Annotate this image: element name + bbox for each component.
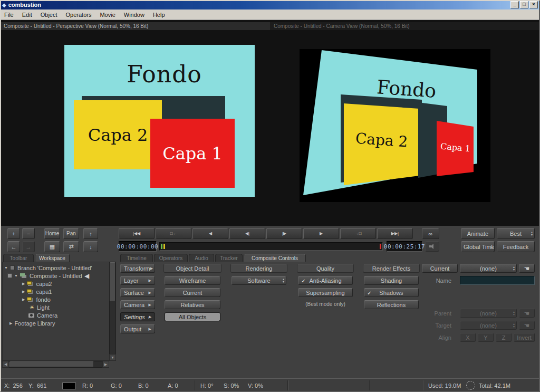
- push-up-button[interactable]: ↑: [83, 228, 98, 239]
- name-input[interactable]: [460, 276, 535, 285]
- quality-mode-dropdown[interactable]: Best ▴▾: [497, 228, 535, 239]
- tree-item-capa2[interactable]: ▶ capa2: [22, 280, 52, 288]
- menu-edit[interactable]: Edit: [18, 9, 36, 20]
- timeline-slider[interactable]: [159, 242, 383, 251]
- expand-icon[interactable]: ▶: [22, 282, 25, 286]
- category-transform[interactable]: Transform▶: [120, 264, 155, 273]
- align-y-button[interactable]: Y: [478, 333, 494, 342]
- category-camera[interactable]: Camera▶: [120, 300, 155, 309]
- feedback-button[interactable]: Feedback: [497, 241, 535, 252]
- forward-view-button[interactable]: →: [22, 241, 35, 252]
- tab-workspace[interactable]: Workspace: [35, 254, 70, 262]
- menu-movie[interactable]: Movie: [95, 9, 119, 20]
- swap-views-button[interactable]: ⇄: [63, 241, 79, 252]
- end-time-field[interactable]: 00:00:25:17: [387, 241, 422, 252]
- expand-icon[interactable]: ▶: [22, 298, 25, 302]
- play-reverse-button[interactable]: ◀: [192, 228, 228, 239]
- play-button[interactable]: ▶: [303, 228, 339, 239]
- tab-audio[interactable]: Audio: [189, 254, 214, 262]
- scroll-left-button[interactable]: ▶: [2, 361, 9, 368]
- collapse-icon[interactable]: ▼: [4, 266, 8, 270]
- push-down-button[interactable]: ↓: [83, 241, 98, 252]
- close-button[interactable]: ×: [529, 1, 538, 8]
- parent-dropdown[interactable]: (none) ▴▾: [460, 309, 517, 318]
- global-time-dropdown[interactable]: Global Time ▴▾: [461, 241, 495, 252]
- supersampling-toggle[interactable]: Supersampling: [298, 288, 353, 297]
- tab-operators[interactable]: Operators: [154, 254, 188, 262]
- minimize-button[interactable]: _: [510, 1, 519, 8]
- category-output[interactable]: Output▶: [120, 324, 155, 333]
- tree-item-composite[interactable]: ▼ Composite - Untitled: [7, 272, 82, 280]
- pick-target-button[interactable]: ☚: [519, 321, 535, 330]
- align-z-button[interactable]: Z: [496, 333, 512, 342]
- category-surface[interactable]: Surface▶: [120, 288, 155, 297]
- current-object-dropdown[interactable]: (none) ▴▾: [460, 264, 517, 273]
- collapse-icon[interactable]: ▼: [14, 274, 18, 278]
- layout-button[interactable]: ▦: [44, 241, 60, 252]
- tree-item-footage-library[interactable]: ▶ Footage Library: [9, 319, 55, 327]
- current-objects-button[interactable]: Current: [165, 288, 220, 297]
- perspective-viewport[interactable]: Fondo Capa 2 Capa 1: [64, 45, 255, 197]
- pick-hand-icon: ☚: [524, 322, 530, 329]
- go-to-start-button[interactable]: |◀◀: [119, 228, 155, 239]
- zoom-out-button[interactable]: −: [22, 228, 35, 239]
- tab-tracker[interactable]: Tracker: [215, 254, 243, 262]
- play-icon: ▶: [320, 231, 323, 236]
- tree-item-branch[interactable]: ▼ Branch 'Composite - Untitled': [4, 264, 92, 272]
- playhead-tick[interactable]: [161, 244, 162, 249]
- maximize-button[interactable]: □: [520, 1, 528, 8]
- step-back-button[interactable]: ◀|: [229, 228, 265, 239]
- all-objects-button[interactable]: All Objects: [165, 312, 220, 321]
- reflections-toggle[interactable]: Reflections: [364, 300, 419, 309]
- tree-item-fondo[interactable]: ▶ fondo: [22, 295, 51, 303]
- previous-marker-button[interactable]: □←: [156, 228, 191, 239]
- expand-icon[interactable]: ▶: [22, 290, 25, 294]
- category-settings[interactable]: Settings▶: [120, 312, 155, 321]
- relatives-button[interactable]: Relatives: [165, 300, 220, 309]
- vertical-scrollbar-thumb[interactable]: [110, 262, 115, 301]
- shadows-toggle[interactable]: ✓ Shadows: [364, 288, 419, 297]
- align-x-button[interactable]: X: [460, 333, 476, 342]
- align-invert-button[interactable]: Invert: [514, 333, 535, 342]
- tab-composite-controls[interactable]: Composite Controls: [244, 254, 306, 262]
- current-time-field[interactable]: 00:00:00:00: [119, 241, 157, 252]
- scroll-down-button[interactable]: ▼: [109, 354, 116, 361]
- category-layer[interactable]: Layer▶: [120, 276, 155, 285]
- tab-timeline[interactable]: Timeline: [120, 254, 153, 262]
- status-bar: X: 256 Y: 661 R: 0 G: 0 B: 0 A: 0 H: 0° …: [0, 378, 540, 392]
- menu-window[interactable]: Window: [120, 9, 149, 20]
- current-object-button[interactable]: Current: [422, 264, 458, 273]
- home-button[interactable]: Home: [44, 228, 60, 239]
- shading-toggle[interactable]: Shading: [364, 276, 419, 285]
- tree-item-light[interactable]: ☀ Light: [30, 303, 50, 311]
- tree-item-capa1[interactable]: ▶ capa1: [22, 288, 52, 295]
- horizontal-scrollbar-thumb[interactable]: [9, 361, 94, 367]
- animate-button[interactable]: Animate: [461, 228, 495, 239]
- audio-mute-button[interactable]: [425, 241, 439, 252]
- tree-item-camera[interactable]: Camera: [28, 311, 57, 319]
- menu-help[interactable]: Help: [149, 9, 169, 20]
- next-marker-button[interactable]: →□: [340, 228, 376, 239]
- pan-button[interactable]: Pan: [63, 228, 79, 239]
- camera-viewport[interactable]: Fondo Capa 2 Capa 1: [300, 49, 490, 202]
- pick-parent-button[interactable]: ☚: [519, 309, 535, 318]
- anti-aliasing-toggle[interactable]: ✓ Anti-Aliasing: [298, 276, 353, 285]
- capa2-layer-rect[interactable]: Capa 2: [74, 100, 162, 169]
- go-to-end-button[interactable]: ▶▶|: [377, 228, 413, 239]
- step-forward-button[interactable]: |▶: [266, 228, 302, 239]
- menu-file[interactable]: File: [0, 9, 18, 20]
- current-position-arrow-icon: ◀: [84, 272, 89, 280]
- capa1-layer-rect[interactable]: Capa 1: [150, 119, 235, 188]
- render-mode-dropdown[interactable]: Software ▴▾: [232, 276, 286, 285]
- menu-operators[interactable]: Operators: [62, 9, 96, 20]
- menu-object[interactable]: Object: [36, 9, 62, 20]
- tab-toolbar[interactable]: Toolbar: [3, 254, 34, 262]
- pick-object-button[interactable]: ☚: [519, 264, 535, 273]
- wireframe-button[interactable]: Wireframe: [165, 276, 220, 285]
- back-view-button[interactable]: ←: [7, 241, 20, 252]
- loop-button[interactable]: ∞: [422, 228, 439, 239]
- zoom-in-button[interactable]: +: [7, 228, 20, 239]
- expand-icon[interactable]: ▶: [9, 321, 12, 326]
- scroll-right-button[interactable]: ▶: [102, 361, 109, 368]
- target-dropdown[interactable]: (none) ▴▾: [460, 321, 517, 330]
